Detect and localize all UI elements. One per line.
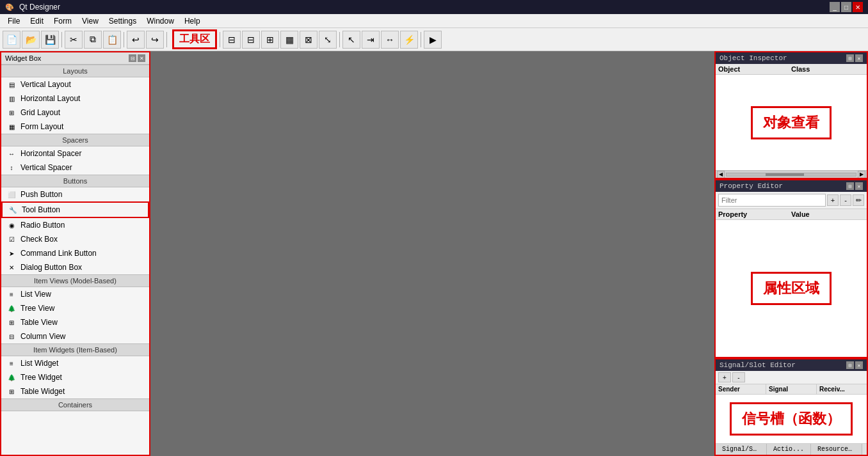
buddies-button[interactable]: ↔ — [381, 31, 399, 49]
toolbar-chinese-label: 工具区 — [179, 33, 210, 46]
filter-remove-btn[interactable]: - — [840, 194, 851, 206]
list-widget-label: List Widget — [20, 359, 58, 368]
tab-order-button[interactable]: ⇥ — [362, 31, 380, 49]
command-link-label: Command Link Button — [20, 249, 97, 258]
widget-list-view[interactable]: ≡ List View — [1, 287, 149, 301]
widget-box-float-btn[interactable]: ⊟ — [129, 54, 136, 62]
horizontal-spacer-label: Horizontal Spacer — [20, 149, 81, 158]
widget-column-view[interactable]: ⊟ Column View — [1, 329, 149, 343]
table-widget-label: Table Widget — [20, 387, 65, 396]
object-inspector-title: Object Inspector — [719, 54, 787, 62]
cut-button[interactable]: ✂ — [65, 31, 83, 49]
widget-box-close-btn[interactable]: ✕ — [138, 54, 145, 62]
center-canvas[interactable] — [150, 51, 714, 456]
tab-signal-slot[interactable]: Signal/Slo... — [716, 444, 767, 455]
widget-table-view[interactable]: ⊞ Table View — [1, 315, 149, 329]
layout-grid-button[interactable]: ⊞ — [261, 31, 279, 49]
signal-slot-float-btn[interactable]: ⊟ — [846, 361, 854, 369]
tab-resource[interactable]: Resource... — [811, 444, 862, 455]
widget-check-box[interactable]: ☑ Check Box — [1, 232, 149, 246]
signal-slot-toolbar: + - — [716, 371, 867, 384]
signal-slot-body: 信号槽（函数） — [716, 395, 867, 443]
layout-break-button[interactable]: ⊠ — [300, 31, 317, 49]
vertical-spacer-label: Vertical Spacer — [20, 163, 72, 172]
paste-button[interactable]: 📋 — [103, 31, 121, 49]
oi-class-col: Class — [791, 65, 864, 73]
maximize-button[interactable]: □ — [841, 2, 851, 12]
scroll-left-btn[interactable]: ◀ — [717, 171, 725, 178]
menu-view[interactable]: View — [77, 15, 104, 27]
form-layout-icon: ▦ — [6, 122, 17, 132]
sse-add-btn[interactable]: + — [718, 372, 731, 382]
signal-slot-close-btn[interactable]: ✕ — [855, 361, 863, 369]
toolbar-sep2 — [124, 32, 124, 47]
property-editor-panel: Property Editor ⊟ ✕ + - ✏ Property Value… — [714, 179, 868, 358]
redo-button[interactable]: ↪ — [146, 31, 164, 49]
sse-remove-btn[interactable]: - — [732, 372, 745, 382]
new-file-button[interactable]: 📄 — [3, 31, 20, 49]
column-view-label: Column View — [20, 332, 65, 341]
copy-button[interactable]: ⧉ — [84, 31, 102, 49]
save-button[interactable]: 💾 — [41, 31, 59, 49]
tab-action[interactable]: Actio... — [767, 444, 811, 455]
filter-edit-btn[interactable]: ✏ — [853, 194, 864, 206]
object-inspector-float-btn[interactable]: ⊟ — [846, 54, 854, 62]
widget-box-content[interactable]: Layouts ▤ Vertical Layout ▥ Horizontal L… — [1, 65, 149, 455]
pointer-button[interactable]: ↖ — [342, 31, 360, 49]
tree-widget-icon: 🌲 — [6, 372, 17, 382]
widget-list-widget[interactable]: ≡ List Widget — [1, 356, 149, 370]
adjust-size-button[interactable]: ⤡ — [319, 31, 337, 49]
undo-button[interactable]: ↩ — [127, 31, 145, 49]
widget-vertical-spacer[interactable]: ↕ Vertical Spacer — [1, 161, 149, 175]
preview-button[interactable]: ▶ — [424, 31, 442, 49]
layout-form-button[interactable]: ▦ — [280, 31, 298, 49]
signal-slot-chinese-label: 信号槽（函数） — [730, 402, 853, 436]
minimize-button[interactable]: _ — [830, 2, 840, 12]
layout-h-button[interactable]: ⊟ — [223, 31, 241, 49]
widget-table-widget[interactable]: ⊞ Table Widget — [1, 384, 149, 398]
widget-tree-view[interactable]: 🌲 Tree View — [1, 301, 149, 315]
widget-form-layout[interactable]: ▦ Form Layout — [1, 120, 149, 134]
menu-window[interactable]: Window — [141, 15, 179, 27]
layout-v-button[interactable]: ⊟ — [242, 31, 260, 49]
menu-settings[interactable]: Settings — [104, 15, 141, 27]
tree-view-label: Tree View — [20, 304, 54, 313]
dialog-button-box-label: Dialog Button Box — [20, 263, 82, 272]
section-buttons: Buttons — [1, 175, 149, 187]
app-icon: 🎨 — [5, 3, 14, 12]
scroll-right-btn[interactable]: ▶ — [858, 171, 865, 178]
widget-horizontal-layout[interactable]: ▥ Horizontal Layout — [1, 91, 149, 106]
right-panels: Object Inspector ⊟ ✕ Object Class 对象查看 ◀… — [714, 51, 868, 456]
menu-file[interactable]: File — [3, 15, 25, 27]
widget-grid-layout[interactable]: ⊞ Grid Layout — [1, 106, 149, 120]
list-view-icon: ≡ — [6, 289, 17, 299]
push-button-icon: ⬜ — [6, 189, 17, 200]
property-editor-float-btn[interactable]: ⊟ — [846, 182, 854, 190]
widget-command-link-button[interactable]: ➤ Command Link Button — [1, 246, 149, 260]
sse-sender-col: Sender — [716, 384, 766, 394]
section-spacers: Spacers — [1, 134, 149, 146]
signals-button[interactable]: ⚡ — [400, 31, 418, 49]
object-inspector-close-btn[interactable]: ✕ — [855, 54, 863, 62]
scroll-track[interactable] — [726, 173, 856, 177]
signal-slot-editor-header: Signal/Slot Editor ⊟ ✕ — [716, 359, 867, 371]
bottom-tabs: Signal/Slo... Actio... Resource... — [716, 443, 867, 455]
widget-push-button[interactable]: ⬜ Push Button — [1, 187, 149, 201]
widget-radio-button[interactable]: ◉ Radio Button — [1, 218, 149, 232]
menu-edit[interactable]: Edit — [25, 15, 49, 27]
open-file-button[interactable]: 📂 — [22, 31, 40, 49]
menu-help[interactable]: Help — [179, 15, 205, 27]
filter-add-btn[interactable]: + — [827, 194, 839, 206]
signal-slot-editor-title: Signal/Slot Editor — [719, 361, 796, 369]
widget-tree-widget[interactable]: 🌲 Tree Widget — [1, 370, 149, 384]
horizontal-layout-icon: ▥ — [6, 93, 17, 104]
widget-tool-button[interactable]: 🔧 Tool Button — [1, 201, 149, 218]
close-button[interactable]: ✕ — [853, 2, 863, 12]
widget-box-header: Widget Box ⊟ ✕ — [1, 52, 149, 65]
widget-dialog-button-box[interactable]: ✕ Dialog Button Box — [1, 260, 149, 274]
widget-vertical-layout[interactable]: ▤ Vertical Layout — [1, 77, 149, 91]
property-editor-close-btn[interactable]: ✕ — [855, 182, 863, 190]
property-filter-input[interactable] — [718, 194, 826, 207]
menu-form[interactable]: Form — [49, 15, 77, 27]
widget-horizontal-spacer[interactable]: ↔ Horizontal Spacer — [1, 146, 149, 161]
